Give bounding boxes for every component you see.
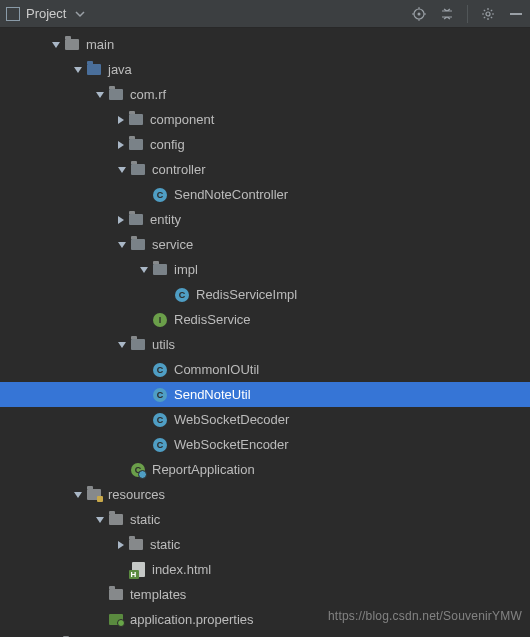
expand-arrow-icon[interactable] <box>118 116 124 124</box>
folder-icon <box>128 537 144 553</box>
expand-arrow-icon[interactable] <box>118 216 124 224</box>
tree-row[interactable]: main <box>0 32 530 57</box>
expand-arrow-icon[interactable] <box>118 342 126 348</box>
svg-rect-7 <box>510 13 522 15</box>
spring-class-icon: C <box>130 462 146 478</box>
tree-item-label: entity <box>150 212 181 227</box>
toolbar: Project <box>0 0 530 28</box>
tree-row[interactable]: test <box>0 632 530 637</box>
tree-row[interactable]: CSendNoteController <box>0 182 530 207</box>
tree-row[interactable]: templates <box>0 582 530 607</box>
collapse-all-icon[interactable] <box>439 6 455 22</box>
tree-item-label: SendNoteController <box>174 187 288 202</box>
source-folder-icon <box>86 62 102 78</box>
tree-item-label: resources <box>108 487 165 502</box>
resources-folder-icon <box>86 487 102 503</box>
tree-item-label: static <box>130 512 160 527</box>
tree-item-label: index.html <box>152 562 211 577</box>
tree-row[interactable]: resources <box>0 482 530 507</box>
package-icon <box>130 337 146 353</box>
tree-item-label: CommonIOUtil <box>174 362 259 377</box>
expand-arrow-icon[interactable] <box>118 167 126 173</box>
tree-item-label: ReportApplication <box>152 462 255 477</box>
tree-row[interactable]: CWebSocketEncoder <box>0 432 530 457</box>
project-icon <box>6 7 20 21</box>
tree-item-label: config <box>150 137 185 152</box>
tree-row[interactable]: static <box>0 532 530 557</box>
project-tree[interactable]: mainjavacom.rfcomponentconfigcontrollerC… <box>0 28 530 637</box>
tree-row[interactable]: controller <box>0 157 530 182</box>
tree-row[interactable]: com.rf <box>0 82 530 107</box>
package-icon <box>130 237 146 253</box>
tree-item-label: main <box>86 37 114 52</box>
expand-arrow-icon[interactable] <box>96 517 104 523</box>
locate-icon[interactable] <box>411 6 427 22</box>
class-icon: C <box>152 387 168 403</box>
html-file-icon <box>130 562 146 578</box>
hide-icon[interactable] <box>508 6 524 22</box>
tree-row[interactable]: CSendNoteUtil <box>0 382 530 407</box>
class-icon: C <box>152 412 168 428</box>
tree-item-label: utils <box>152 337 175 352</box>
tree-row[interactable]: config <box>0 132 530 157</box>
tree-item-label: WebSocketEncoder <box>174 437 289 452</box>
package-icon <box>128 212 144 228</box>
tree-row[interactable]: CReportApplication <box>0 457 530 482</box>
svg-point-1 <box>418 12 421 15</box>
tree-item-label: service <box>152 237 193 252</box>
expand-arrow-icon[interactable] <box>74 492 82 498</box>
panel-title: Project <box>26 6 66 21</box>
class-icon: C <box>152 187 168 203</box>
tree-row[interactable]: service <box>0 232 530 257</box>
tree-row[interactable]: CCommonIOUtil <box>0 357 530 382</box>
tree-row[interactable]: java <box>0 57 530 82</box>
tree-row[interactable]: CRedisServiceImpl <box>0 282 530 307</box>
separator <box>467 5 468 23</box>
tree-item-label: RedisServiceImpl <box>196 287 297 302</box>
tree-row[interactable]: utils <box>0 332 530 357</box>
svg-point-6 <box>486 12 490 16</box>
tree-item-label: SendNoteUtil <box>174 387 251 402</box>
expand-arrow-icon[interactable] <box>74 67 82 73</box>
tree-row[interactable]: impl <box>0 257 530 282</box>
tree-row[interactable]: component <box>0 107 530 132</box>
watermark: https://blog.csdn.net/SouvenirYMW <box>328 609 522 623</box>
package-icon <box>130 162 146 178</box>
tree-item-label: impl <box>174 262 198 277</box>
expand-arrow-icon[interactable] <box>140 267 148 273</box>
tree-row[interactable]: static <box>0 507 530 532</box>
expand-arrow-icon[interactable] <box>118 242 126 248</box>
tree-item-label: com.rf <box>130 87 166 102</box>
package-icon <box>152 262 168 278</box>
tree-item-label: controller <box>152 162 205 177</box>
dropdown-icon[interactable] <box>72 6 88 22</box>
tree-row[interactable]: CWebSocketDecoder <box>0 407 530 432</box>
properties-file-icon <box>108 612 124 628</box>
package-icon <box>128 137 144 153</box>
tree-row[interactable]: index.html <box>0 557 530 582</box>
tree-item-label: WebSocketDecoder <box>174 412 289 427</box>
folder-icon <box>108 512 124 528</box>
expand-arrow-icon[interactable] <box>118 541 124 549</box>
package-icon <box>108 87 124 103</box>
tree-item-label: component <box>150 112 214 127</box>
package-icon <box>128 112 144 128</box>
tree-row[interactable]: IRedisService <box>0 307 530 332</box>
folder-icon <box>108 587 124 603</box>
folder-icon <box>64 37 80 53</box>
tree-item-label: templates <box>130 587 186 602</box>
gear-icon[interactable] <box>480 6 496 22</box>
tree-row[interactable]: entity <box>0 207 530 232</box>
class-icon: C <box>152 437 168 453</box>
tree-item-label: RedisService <box>174 312 251 327</box>
expand-arrow-icon[interactable] <box>118 141 124 149</box>
expand-arrow-icon[interactable] <box>52 42 60 48</box>
class-icon: C <box>152 362 168 378</box>
tree-item-label: java <box>108 62 132 77</box>
expand-arrow-icon[interactable] <box>96 92 104 98</box>
tree-item-label: application.properties <box>130 612 254 627</box>
tree-item-label: static <box>150 537 180 552</box>
class-icon: C <box>174 287 190 303</box>
interface-icon: I <box>152 312 168 328</box>
